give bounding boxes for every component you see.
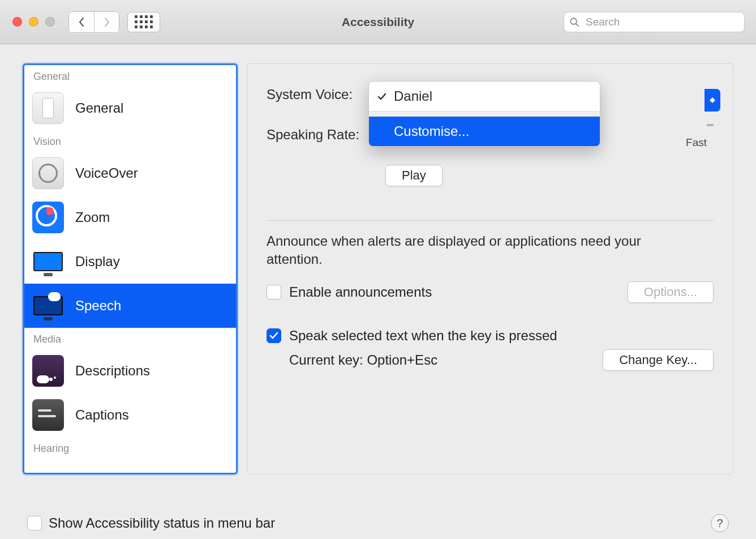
speak-selected-label: Speak selected text when the key is pres… xyxy=(289,328,557,344)
sidebar-item-label: General xyxy=(75,100,123,116)
sidebar-item-captions[interactable]: Captions xyxy=(24,393,236,437)
dropdown-separator xyxy=(369,111,600,117)
checkmark-icon xyxy=(377,89,387,105)
speech-detail-pane: System Voice: Daniel Customise... xyxy=(247,63,733,474)
show-all-prefs-button[interactable] xyxy=(127,12,160,32)
back-button[interactable] xyxy=(69,12,94,32)
sidebar-item-display[interactable]: Display xyxy=(24,239,236,284)
system-voice-dropdown[interactable]: Daniel Customise... xyxy=(368,81,600,147)
section-header-media: Media xyxy=(24,328,236,349)
sidebar-item-label: VoiceOver xyxy=(75,165,138,181)
show-status-label: Show Accessibility status in menu bar xyxy=(49,515,275,531)
change-key-button[interactable]: Change Key... xyxy=(603,349,714,371)
sidebar-item-label: Zoom xyxy=(75,209,110,225)
show-status-checkbox[interactable] xyxy=(27,516,42,531)
enable-announcements-label: Enable announcements xyxy=(289,284,432,300)
current-key-row: Current key: Option+Esc Change Key... xyxy=(289,349,714,371)
sidebar-item-descriptions[interactable]: Descriptions xyxy=(24,349,236,393)
sidebar-item-zoom[interactable]: Zoom xyxy=(24,195,236,239)
grid-icon xyxy=(135,15,153,28)
search-input[interactable] xyxy=(564,12,745,32)
section-header-hearing: Hearing xyxy=(24,437,236,458)
speech-icon xyxy=(32,290,64,322)
divider xyxy=(267,220,714,221)
options-button-label: Options... xyxy=(644,285,697,300)
system-voice-row: System Voice: Daniel Customise... xyxy=(267,87,714,102)
close-window-button[interactable] xyxy=(12,17,22,27)
change-key-button-label: Change Key... xyxy=(619,353,697,367)
bottom-bar: Show Accessibility status in menu bar ? xyxy=(23,502,733,532)
play-button[interactable]: Play xyxy=(385,165,443,186)
titlebar: Accessibility xyxy=(0,0,756,44)
help-icon: ? xyxy=(716,517,723,530)
sidebar-item-speech[interactable]: Speech xyxy=(24,284,236,328)
enable-announcements-checkbox[interactable] xyxy=(267,285,281,300)
nav-back-forward xyxy=(68,11,119,33)
zoom-icon xyxy=(32,202,64,233)
svg-point-0 xyxy=(570,18,577,24)
search-field-wrap xyxy=(564,12,745,32)
minimize-window-button[interactable] xyxy=(29,17,38,27)
svg-line-1 xyxy=(576,24,578,26)
sidebar-item-general[interactable]: General xyxy=(24,86,236,130)
sidebar-item-label: Captions xyxy=(75,407,129,423)
sidebar-item-label: Speech xyxy=(75,298,121,314)
category-sidebar[interactable]: General General Vision VoiceOver Zoom Di… xyxy=(23,63,238,474)
section-header-vision: Vision xyxy=(24,130,236,151)
search-icon xyxy=(569,17,579,27)
descriptions-icon xyxy=(32,355,64,387)
general-icon xyxy=(32,92,64,124)
speak-selected-row: Speak selected text when the key is pres… xyxy=(267,328,714,344)
enable-announcements-row: Enable announcements Options... xyxy=(267,281,714,303)
display-icon xyxy=(32,246,64,277)
tick-fast: Fast xyxy=(686,136,707,149)
content-area: General General Vision VoiceOver Zoom Di… xyxy=(0,44,756,539)
captions-icon xyxy=(32,399,64,431)
voice-option-daniel[interactable]: Daniel xyxy=(369,82,600,111)
speaking-rate-label: Speaking Rate: xyxy=(267,127,368,143)
sidebar-item-voiceover[interactable]: VoiceOver xyxy=(24,151,236,195)
play-button-label: Play xyxy=(402,168,426,183)
announce-description: Announce when alerts are displayed or ap… xyxy=(267,232,663,269)
system-voice-label: System Voice: xyxy=(267,87,368,102)
forward-button[interactable] xyxy=(94,12,119,32)
fullscreen-window-button[interactable] xyxy=(45,17,55,27)
section-header-general: General xyxy=(24,65,236,86)
current-key-text: Current key: Option+Esc xyxy=(289,352,437,368)
sidebar-item-label: Display xyxy=(75,254,120,270)
voice-option-label: Customise... xyxy=(394,123,469,139)
sidebar-item-label: Descriptions xyxy=(75,363,150,379)
popup-stepper-icon xyxy=(705,89,720,112)
voice-option-label: Daniel xyxy=(394,88,432,104)
voice-option-customise[interactable]: Customise... xyxy=(369,117,600,146)
voiceover-icon xyxy=(32,157,64,189)
announcements-options-button[interactable]: Options... xyxy=(628,281,714,303)
help-button[interactable]: ? xyxy=(711,514,729,532)
speak-selected-checkbox[interactable] xyxy=(267,328,281,343)
window-controls xyxy=(12,17,55,27)
